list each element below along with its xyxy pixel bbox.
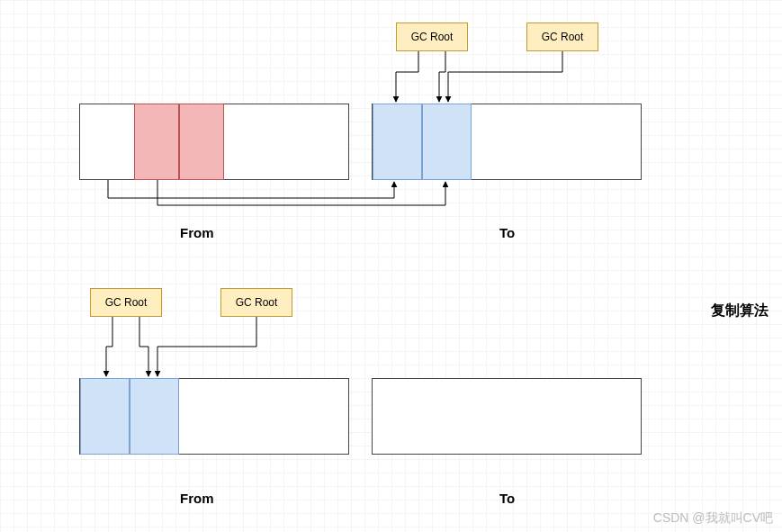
from-memory-box [79,104,349,180]
dead-segment [134,104,179,180]
root-arrow [139,317,148,376]
gc-root-box: GC Root [90,288,162,317]
to-memory-box [372,378,642,455]
root-arrow [448,51,562,102]
to-label: To [499,225,515,240]
live-segment [130,378,179,455]
root-arrow [396,51,418,102]
live-segment [373,104,422,180]
dead-segment [179,104,224,180]
copy-arrow [108,180,394,198]
from-label: From [180,225,214,240]
gc-root-label: GC Root [411,31,454,43]
gc-root-box: GC Root [396,23,468,51]
watermark-text: CSDN @我就叫CV吧 [653,510,773,527]
live-segment [422,104,472,180]
root-arrow [106,317,112,376]
root-arrow [157,317,256,376]
to-memory-box [372,104,642,180]
gc-root-label: GC Root [542,31,584,43]
gc-root-label: GC Root [236,296,278,309]
from-label: From [180,491,214,506]
from-memory-box [79,378,349,455]
live-segment [80,378,130,455]
gc-root-label: GC Root [105,296,148,309]
gc-root-box: GC Root [220,288,292,317]
root-arrow [439,51,445,102]
gc-root-box: GC Root [526,23,598,51]
copy-arrow [157,180,445,205]
algorithm-title: 复制算法 [711,302,769,320]
to-label: To [499,491,515,506]
